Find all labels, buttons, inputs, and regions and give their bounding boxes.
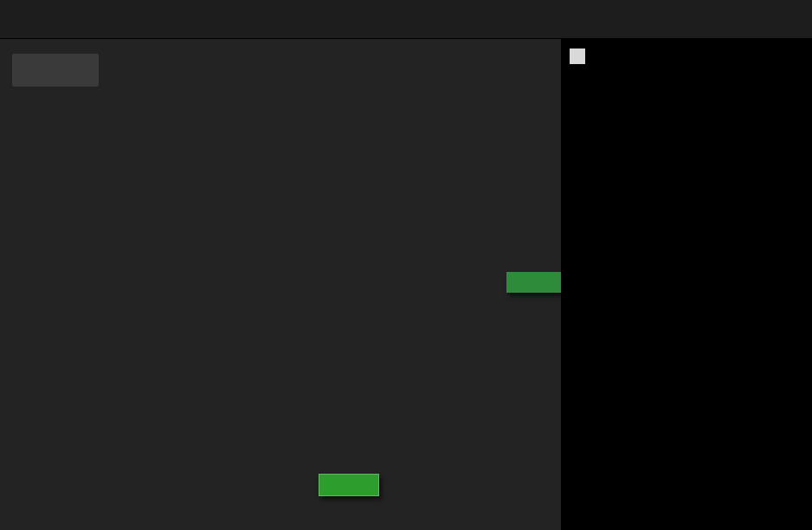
cursor-x-value-badge (319, 474, 379, 496)
harmonic-analyzer-app (0, 0, 812, 530)
order-vs-speed-chart[interactable] (0, 39, 561, 530)
table-header-row (561, 39, 812, 74)
harmonics-table (561, 39, 812, 530)
chart-tools-overlay (12, 54, 99, 87)
cursor-y-value-badge (506, 272, 561, 293)
table-body (561, 74, 812, 530)
select-all-checkbox[interactable] (570, 48, 585, 64)
toolbar (0, 0, 812, 39)
